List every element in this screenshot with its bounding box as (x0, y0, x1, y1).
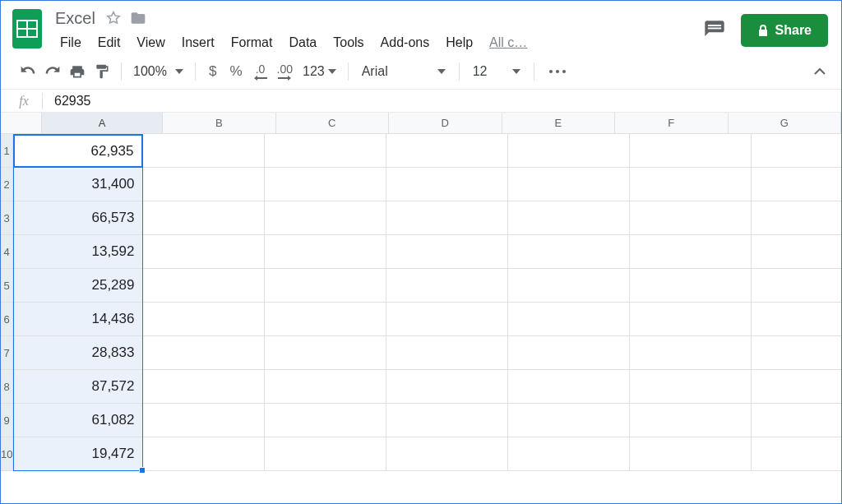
decrease-decimal-button[interactable]: .0 (249, 59, 272, 84)
cell[interactable] (143, 201, 265, 235)
cell[interactable] (508, 134, 630, 168)
cell[interactable] (143, 235, 265, 269)
menu-format[interactable]: Format (224, 32, 280, 53)
cell[interactable]: 13,592 (13, 235, 143, 269)
cell[interactable] (508, 168, 630, 201)
cell[interactable] (265, 404, 386, 437)
cell[interactable] (265, 269, 386, 303)
cell[interactable] (630, 235, 752, 269)
column-header-g[interactable]: G (729, 113, 842, 133)
cell[interactable] (630, 437, 752, 471)
cell[interactable]: 14,436 (13, 303, 143, 336)
more-toolbar-button[interactable] (541, 70, 574, 73)
formula-input[interactable] (51, 94, 836, 109)
cell[interactable] (143, 336, 265, 370)
menu-file[interactable]: File (53, 32, 88, 53)
row-header[interactable]: 1 (1, 134, 13, 168)
row-header[interactable]: 8 (1, 370, 13, 404)
zoom-select[interactable]: 100% (128, 64, 188, 79)
cell[interactable] (265, 303, 386, 336)
cell[interactable] (143, 134, 265, 168)
cell[interactable] (265, 370, 386, 404)
cell[interactable] (143, 168, 265, 201)
menu-edit[interactable]: Edit (91, 32, 127, 53)
cell[interactable] (752, 269, 841, 303)
menu-addons[interactable]: Add-ons (374, 32, 437, 53)
cell[interactable]: 31,400 (13, 168, 143, 201)
cell[interactable] (508, 437, 630, 471)
cell[interactable] (386, 134, 508, 168)
collapse-toolbar-button[interactable] (813, 67, 826, 76)
column-header-e[interactable]: E (502, 113, 616, 133)
row-header[interactable]: 10 (1, 437, 13, 471)
cell[interactable] (386, 201, 508, 235)
cell[interactable] (508, 235, 630, 269)
cell[interactable] (630, 336, 752, 370)
cell[interactable] (386, 437, 508, 471)
cell[interactable] (265, 437, 386, 471)
cell[interactable]: 28,833 (13, 336, 143, 370)
redo-button[interactable] (40, 59, 65, 84)
cell[interactable] (630, 303, 752, 336)
cell[interactable] (386, 303, 508, 336)
cell[interactable] (143, 370, 265, 404)
cell[interactable]: 66,573 (13, 201, 143, 235)
cell[interactable]: 25,289 (13, 269, 143, 303)
font-size-select[interactable]: 12 (466, 64, 527, 79)
cell[interactable] (265, 168, 386, 201)
cell[interactable] (752, 370, 841, 404)
cell[interactable] (508, 303, 630, 336)
cell[interactable] (630, 134, 752, 168)
share-button[interactable]: Share (741, 14, 828, 47)
row-header[interactable]: 4 (1, 235, 13, 269)
cell[interactable] (508, 336, 630, 370)
cell[interactable] (752, 134, 841, 168)
number-format-select[interactable]: 123 (298, 64, 341, 79)
format-currency-button[interactable]: $ (202, 63, 223, 80)
cell[interactable]: 62,935 (13, 134, 143, 168)
select-all-corner[interactable] (1, 113, 42, 133)
cell[interactable] (752, 437, 841, 471)
cell[interactable] (508, 201, 630, 235)
cell[interactable] (508, 370, 630, 404)
cell[interactable] (386, 269, 508, 303)
column-header-b[interactable]: B (163, 113, 276, 133)
star-icon[interactable] (105, 10, 122, 26)
font-select[interactable]: Arial (355, 64, 452, 79)
comments-icon[interactable] (703, 19, 726, 42)
cell[interactable] (752, 404, 841, 437)
cell[interactable] (752, 336, 841, 370)
cell[interactable]: 87,572 (13, 370, 143, 404)
row-header[interactable]: 2 (1, 168, 13, 201)
cell[interactable] (386, 336, 508, 370)
cell[interactable] (630, 404, 752, 437)
cell[interactable] (508, 269, 630, 303)
print-button[interactable] (65, 59, 90, 84)
column-header-f[interactable]: F (615, 113, 729, 133)
menu-data[interactable]: Data (282, 32, 323, 53)
increase-decimal-button[interactable]: .00 (272, 59, 298, 84)
menu-tools[interactable]: Tools (326, 32, 370, 53)
row-header[interactable]: 9 (1, 404, 13, 437)
cell[interactable] (265, 201, 386, 235)
cell[interactable] (386, 404, 508, 437)
column-header-a[interactable]: A (42, 113, 163, 133)
cell[interactable] (752, 235, 841, 269)
folder-icon[interactable] (130, 10, 146, 26)
cell[interactable] (752, 303, 841, 336)
column-header-d[interactable]: D (389, 113, 502, 133)
cell[interactable]: 19,472 (13, 437, 143, 471)
cell[interactable] (752, 201, 841, 235)
row-header[interactable]: 3 (1, 201, 13, 235)
paint-format-button[interactable] (90, 59, 114, 84)
cell[interactable] (265, 336, 386, 370)
cell[interactable] (386, 370, 508, 404)
last-edit-link[interactable]: All c… (483, 32, 534, 53)
row-header[interactable]: 6 (1, 303, 13, 336)
cell[interactable] (265, 134, 386, 168)
document-title[interactable]: Excel (53, 9, 97, 28)
cell[interactable] (508, 404, 630, 437)
cell[interactable] (630, 201, 752, 235)
cell[interactable] (143, 303, 265, 336)
format-percent-button[interactable]: % (223, 63, 248, 80)
